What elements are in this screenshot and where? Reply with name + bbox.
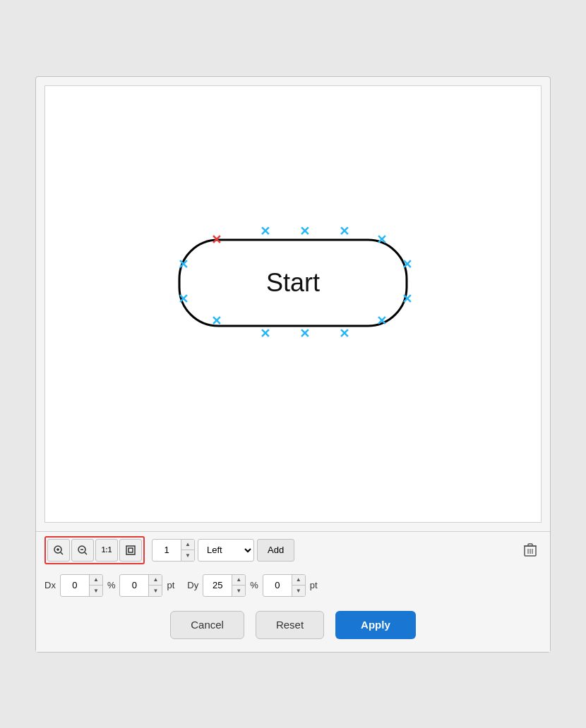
fit-icon: 1:1 <box>102 546 112 554</box>
zoom-in-icon <box>53 545 64 556</box>
trash-icon <box>524 543 537 557</box>
dx-value-down[interactable]: ▼ <box>90 585 102 596</box>
dy-pt-label: pt <box>310 580 318 590</box>
handle-bottom-right-mid[interactable]: ✕ <box>338 327 351 340</box>
dy-percent-up[interactable]: ▲ <box>292 575 305 586</box>
handle-top-right-mid[interactable]: ✕ <box>338 225 351 238</box>
expand-icon <box>125 545 136 556</box>
canvas-area: Start ✕ ✕ ✕ ✕ ✕ ✕ ✕ ✕ ✕ ✕ ✕ ✕ ✕ ✕ <box>44 85 542 523</box>
svg-rect-12 <box>528 544 532 546</box>
dx-percent[interactable] <box>120 580 148 590</box>
svg-rect-0 <box>179 240 407 326</box>
dy-value-down[interactable]: ▼ <box>232 585 245 596</box>
toolbar-zoom-group: 1:1 <box>44 536 145 564</box>
handle-bottom-right[interactable]: ✕ <box>375 315 388 327</box>
dy-label: Dy <box>187 580 198 590</box>
dx-value-arrows: ▲ ▼ <box>89 575 102 596</box>
delete-button[interactable] <box>519 539 542 562</box>
handle-left-lower[interactable]: ✕ <box>177 293 190 305</box>
expand-button[interactable] <box>119 539 142 562</box>
zoom-out-icon <box>77 545 88 556</box>
dx-value-input[interactable]: ▲ ▼ <box>60 574 103 597</box>
dx-value[interactable] <box>61 580 89 590</box>
svg-rect-8 <box>126 546 135 554</box>
dx-percent-label: % <box>107 580 116 590</box>
svg-rect-9 <box>128 548 133 552</box>
zoom-out-button[interactable] <box>71 539 94 562</box>
counter-up[interactable]: ▲ <box>181 540 194 550</box>
dx-label: Dx <box>44 580 56 590</box>
svg-line-7 <box>85 552 87 554</box>
add-button[interactable]: Add <box>257 539 294 562</box>
handle-top-left[interactable]: ✕ <box>210 233 222 246</box>
handle-bottom-left[interactable]: ✕ <box>210 315 222 327</box>
handle-top-right[interactable]: ✕ <box>375 233 388 246</box>
svg-line-4 <box>61 552 63 554</box>
dx-percent-input[interactable]: ▲ ▼ <box>119 574 162 597</box>
handle-bottom-left-mid[interactable]: ✕ <box>258 327 271 340</box>
dx-pt-label: pt <box>167 580 174 590</box>
dy-value-up[interactable]: ▲ <box>232 575 245 586</box>
dy-value-input[interactable]: ▲ ▼ <box>203 574 246 597</box>
dx-percent-arrows: ▲ ▼ <box>148 575 162 596</box>
main-dialog: Start ✕ ✕ ✕ ✕ ✕ ✕ ✕ ✕ ✕ ✕ ✕ ✕ ✕ ✕ <box>35 76 551 653</box>
dy-percent-down[interactable]: ▼ <box>292 585 305 596</box>
apply-button[interactable]: Apply <box>335 611 416 639</box>
fit-button[interactable]: 1:1 <box>95 539 118 562</box>
cancel-button[interactable]: Cancel <box>170 611 244 639</box>
dy-percent-label: % <box>250 580 258 590</box>
handle-bottom-mid[interactable]: ✕ <box>299 327 311 340</box>
dx-value-up[interactable]: ▲ <box>90 575 102 586</box>
handle-top-left-mid[interactable]: ✕ <box>258 225 271 238</box>
dy-percent-input[interactable]: ▲ ▼ <box>263 574 306 597</box>
dy-value[interactable] <box>203 580 232 590</box>
button-row: Cancel Reset Apply <box>36 602 550 652</box>
params-row: Dx ▲ ▼ % ▲ ▼ pt Dy ▲ ▼ % <box>36 569 550 602</box>
dx-percent-up[interactable]: ▲ <box>149 575 162 586</box>
handle-right-upper[interactable]: ✕ <box>401 258 414 271</box>
handle-top-mid[interactable]: ✕ <box>299 225 311 238</box>
dx-percent-down[interactable]: ▼ <box>149 585 162 596</box>
dy-value-arrows: ▲ ▼ <box>232 575 245 596</box>
counter-input[interactable]: ▲ ▼ <box>152 539 195 562</box>
shape-container: Start ✕ ✕ ✕ ✕ ✕ ✕ ✕ ✕ ✕ ✕ ✕ ✕ ✕ ✕ <box>177 237 409 329</box>
toolbar: 1:1 ▲ ▼ Left Center Right Add <box>36 531 550 569</box>
reset-button[interactable]: Reset <box>256 611 324 639</box>
align-select[interactable]: Left Center Right <box>198 539 254 562</box>
dy-percent[interactable] <box>263 580 292 590</box>
dy-percent-arrows: ▲ ▼ <box>292 575 305 596</box>
counter-arrows: ▲ ▼ <box>181 540 194 561</box>
counter-down[interactable]: ▼ <box>181 550 194 561</box>
zoom-in-button[interactable] <box>47 539 70 562</box>
handle-left-upper[interactable]: ✕ <box>177 258 190 271</box>
handle-right-lower[interactable]: ✕ <box>401 293 414 305</box>
counter-value[interactable] <box>153 545 181 555</box>
